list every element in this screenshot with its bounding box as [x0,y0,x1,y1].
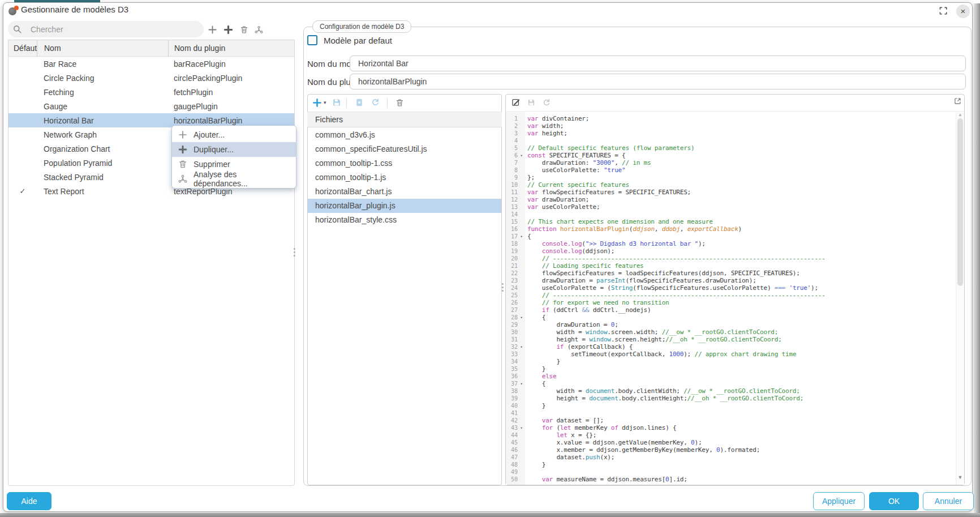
context-menu-item[interactable]: Analyse des dépendances... [172,172,296,186]
undo-file-icon[interactable] [371,97,381,108]
file-list-item[interactable]: common_specificFeaturesUtil.js [308,142,501,156]
fold-marker-icon[interactable]: ▾ [518,152,525,159]
duplicate-icon [178,144,190,155]
copy-file-icon[interactable] [354,97,365,108]
duplicate-model-icon[interactable] [223,24,234,35]
code-line: 15// This chart expects one dimension an… [506,218,947,225]
table-header: Défaut Nom Nom du plugin [8,40,294,57]
delete-file-icon[interactable] [395,98,406,109]
save-file-icon[interactable] [332,97,342,108]
edit-code-icon[interactable] [511,97,521,107]
editor-toolbar-divider [506,111,964,112]
line-number: 23 [506,277,518,284]
context-menu-item-label: Dupliquer... [190,145,234,154]
cancel-button[interactable]: Annuler [923,492,974,510]
code-text: var width; [525,122,564,130]
fold-spacer [518,328,525,336]
model-name-cell: Stacked Pyramid [37,173,168,182]
code-text: width = window.screen.width; //__ow * __… [525,328,778,336]
add-model-icon[interactable] [207,24,218,35]
code-text: drawDuration: "3000", // in ms [525,159,651,166]
fold-spacer [518,373,525,380]
code-line: 40 } [506,402,947,409]
table-splitter-handle[interactable] [293,248,295,257]
ok-button[interactable]: OK [869,492,919,510]
line-number: 30 [506,328,518,336]
default-model-checkbox[interactable] [307,35,317,45]
file-list-item[interactable]: horizontalBar_plugin.js [308,199,501,213]
delete-model-icon[interactable] [239,25,250,36]
column-header-name: Nom [37,40,168,57]
scrollbar-thumb[interactable] [957,118,963,286]
fold-marker-icon[interactable]: ▾ [518,314,525,321]
apply-button[interactable]: Appliquer [813,492,865,510]
table-row[interactable]: GaugegaugePlugin [8,99,294,113]
code-line: 33 setTimeout(exportCallback, 1000); // … [506,351,947,358]
line-number: 34 [506,358,518,365]
file-list-item[interactable]: common_d3v6.js [308,128,501,142]
context-menu-item[interactable]: Dupliquer... [172,142,296,157]
close-icon[interactable]: × [956,5,970,18]
line-number: 9 [506,174,518,181]
scroll-down-icon[interactable]: ▼ [957,475,964,480]
app-logo-icon [8,5,20,16]
file-list-item[interactable]: horizontalBar_chart.js [308,185,501,199]
file-list-item[interactable]: common_tooltip-1.js [308,170,501,185]
table-row[interactable]: Bar RacebarRacePlugin [8,57,294,71]
file-list-item[interactable]: common_tooltip-1.css [308,156,501,170]
model-name-cell: Bar Race [37,59,168,69]
fold-spacer [518,417,525,424]
fold-spacer [518,468,525,476]
line-number: 18 [506,240,518,247]
line-number: 40 [506,402,518,409]
context-menu-item[interactable]: Ajouter... [172,127,296,142]
code-line: 49 [506,468,947,476]
code-line: 41 [506,409,947,417]
code-line: 16function horizontalBarPlugin(ddjson, d… [506,225,947,233]
fold-marker-icon[interactable]: ▾ [518,233,525,240]
code-text: console.log(ddjson); [525,247,614,255]
fold-spacer [518,218,525,225]
save-code-icon[interactable] [527,98,536,108]
add-file-icon[interactable] [312,97,323,108]
dependencies-icon[interactable] [254,25,265,36]
search-input[interactable] [8,21,204,37]
model-name-field[interactable] [350,55,966,71]
code-text: console.log(">> Digdash d3 horizontal ba… [525,240,706,247]
code-line: 11var flowSpecificFeatures = SPECIFIC_FE… [506,189,947,196]
code-line: 48 } [506,461,947,468]
code-text: if (ddCtrl && ddCtrl.__nodejs) [525,306,651,314]
fold-marker-icon[interactable]: ▾ [518,343,525,351]
line-number: 10 [506,181,518,189]
code-text [525,211,527,218]
file-list-item[interactable]: horizontalBar_style.css [308,213,501,227]
undo-code-icon[interactable] [542,98,552,108]
fold-spacer [518,454,525,461]
line-number: 3 [506,130,518,137]
fold-spacer [518,270,525,277]
help-button[interactable]: Aide [7,492,51,510]
code-text: var divContainer; [525,115,589,122]
line-number: 47 [506,454,518,461]
caret-down-icon[interactable]: ▾ [324,100,329,105]
fold-spacer [518,196,525,203]
code-line: 12var drawDuration; [506,196,947,203]
code-area[interactable]: 1var divContainer;2var width;3var height… [506,115,947,483]
code-line: 19 console.log(ddjson); [506,247,947,255]
expand-editor-icon[interactable] [953,97,963,106]
scroll-up-icon[interactable]: ▲ [957,112,964,117]
code-text: setTimeout(exportCallback, 1000); // app… [525,351,796,358]
fold-marker-icon[interactable]: ▾ [518,380,525,387]
plugin-name-field[interactable] [350,74,966,89]
fold-spacer [518,336,525,343]
fold-marker-icon[interactable]: ▾ [518,424,525,431]
maximize-icon[interactable] [938,6,948,16]
code-text [525,137,527,144]
code-line: 3var height; [506,130,947,137]
context-menu-item-label: Ajouter... [190,130,225,139]
table-row[interactable]: Circle PackingcirclePackingPlugin [8,71,294,85]
code-text: function horizontalBarPlugin(ddjson, ddo… [525,225,742,233]
code-line: 13var useColorPalette; [506,203,947,211]
line-number: 16 [506,225,518,233]
table-row[interactable]: FetchingfetchPlugin [8,85,294,99]
